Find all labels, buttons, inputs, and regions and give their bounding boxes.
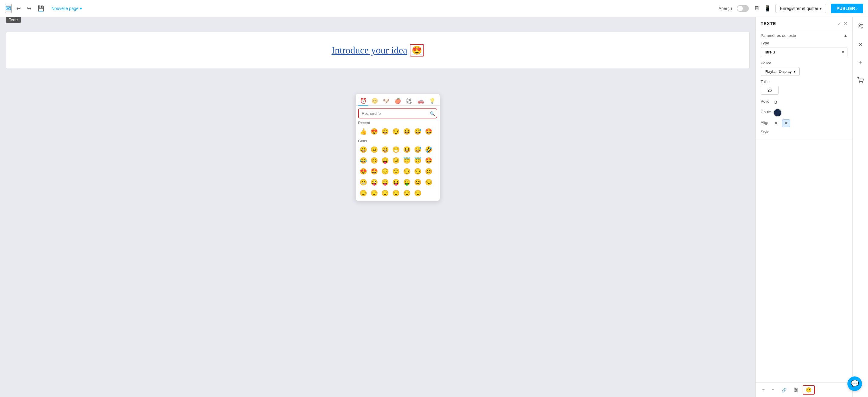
publish-label: PUBLIER — [837, 6, 855, 11]
people-sidebar-button[interactable] — [855, 21, 867, 33]
emoji-cell[interactable]: 😒 — [380, 188, 390, 198]
emoji-cell[interactable]: 😇 — [412, 155, 423, 166]
unlink-button[interactable]: ⛓ — [791, 386, 801, 394]
mobile-icon[interactable]: 📱 — [764, 5, 771, 12]
redo-button[interactable]: ↪ — [26, 4, 33, 13]
list-button-2[interactable]: ≡ — [769, 386, 777, 394]
emoji-cell[interactable]: 🙂 — [391, 166, 401, 176]
emoji-cell[interactable]: 😆 — [402, 144, 412, 155]
emoji-cell[interactable]: 😝 — [391, 177, 401, 187]
emoji-cell[interactable]: 😆 — [402, 126, 412, 137]
emoji-search-input[interactable] — [358, 108, 437, 119]
emoji-cell[interactable]: 👍 — [358, 126, 368, 137]
list-button-1[interactable]: ≡ — [760, 386, 767, 394]
recent-section: Récent 👍 😍 😄 😏 😆 😅 🤩 — [356, 121, 440, 139]
emoji-tab-people[interactable]: 😊 — [370, 96, 380, 105]
emoji-cell[interactable]: 😏 — [402, 166, 412, 176]
bold-button[interactable]: B — [772, 98, 780, 106]
emoji-picker: ⏰ 😊 🐶 🍎 ⚽ 🚗 💡 🏔 🚩 🔍 Récent 👍 😍 😄 😏 😆 😅 🤩… — [355, 94, 440, 201]
pin-button[interactable]: ↙ — [837, 21, 841, 26]
right-panel: TEXTE ↙ ✕ Paramètres de texte ▲ Type Tit… — [755, 17, 852, 397]
align-center-button[interactable]: ≡ — [782, 119, 790, 127]
align-field: Align ≡ ≡ — [761, 119, 847, 127]
canvas-heading: Introduce your idea 😍 — [332, 44, 424, 57]
emoji-tabs: ⏰ 😊 🐶 🍎 ⚽ 🚗 💡 🏔 🚩 — [356, 94, 440, 106]
emoji-cell[interactable]: 😛 — [380, 155, 390, 166]
save-quit-chevron-icon: ▾ — [819, 6, 822, 11]
emoji-cell[interactable]: 😌 — [380, 166, 390, 176]
new-page-button[interactable]: Nouvelle page ▾ — [49, 5, 84, 12]
link-button[interactable]: 🔗 — [779, 386, 789, 394]
emoji-cell[interactable]: 😍 — [358, 166, 368, 176]
size-input[interactable] — [761, 86, 779, 95]
emoji-cell[interactable]: 😀 — [358, 144, 368, 155]
close-sidebar-button[interactable]: ✕ — [855, 39, 867, 51]
close-panel-button[interactable]: ✕ — [843, 21, 847, 26]
emoji-cell[interactable]: 😏 — [412, 166, 423, 176]
emoji-cell[interactable]: 😍 — [369, 126, 379, 137]
emoji-cell[interactable]: 😒 — [358, 188, 368, 198]
emoji-toolbar-button[interactable]: 🙂 — [803, 385, 815, 395]
emoji-cell[interactable]: 😒 — [412, 188, 423, 198]
emoji-cell[interactable]: 😁 — [391, 144, 401, 155]
close-x-icon: ✕ — [858, 41, 863, 48]
emoji-cell[interactable]: 😊 — [369, 155, 379, 166]
color-swatch[interactable] — [773, 108, 782, 117]
emoji-cell[interactable]: 😊 — [412, 177, 423, 187]
desktop-icon[interactable]: 🖥 — [754, 5, 759, 11]
chat-bubble[interactable]: 💬 — [847, 376, 862, 391]
emoji-tab-animals[interactable]: 🐶 — [381, 96, 391, 105]
emoji-cell[interactable]: 🤣 — [424, 144, 434, 155]
emoji-cell[interactable]: 😐 — [369, 144, 379, 155]
collapse-icon[interactable]: ▲ — [843, 33, 847, 38]
add-sidebar-button[interactable]: + — [855, 57, 867, 69]
right-sidebar: ✕ + — [852, 17, 868, 397]
recent-emoji-grid: 👍 😍 😄 😏 😆 😅 🤩 — [358, 126, 437, 137]
search-icon: 🔍 — [430, 111, 435, 116]
emoji-cell[interactable]: 🤩 — [369, 166, 379, 176]
font-select-button[interactable]: Playfair Display ▾ — [761, 67, 800, 76]
svg-point-3 — [862, 82, 863, 83]
preview-toggle[interactable] — [737, 5, 749, 12]
emoji-cell[interactable]: 🤩 — [424, 155, 434, 166]
emoji-cell[interactable]: 😇 — [402, 155, 412, 166]
emoji-cell[interactable]: 😃 — [380, 144, 390, 155]
gens-section: Gens 😀 😐 😃 😁 😆 😅 🤣 😂 😊 😛 😉 😇 😇 🤩 😍 🤩 😌 🙂… — [356, 139, 440, 201]
emoji-cell[interactable]: 😂 — [358, 155, 368, 166]
people-icon — [857, 23, 864, 31]
emoji-cell[interactable]: 😅 — [412, 144, 423, 155]
gens-emoji-grid: 😀 😐 😃 😁 😆 😅 🤣 😂 😊 😛 😉 😇 😇 🤩 😍 🤩 😌 🙂 😏 😏 … — [358, 144, 437, 198]
emoji-cell[interactable]: 😉 — [391, 155, 401, 166]
emoji-cell[interactable]: 😊 — [424, 166, 434, 176]
type-select[interactable]: Titre 3 ▾ — [761, 47, 847, 57]
emoji-cell[interactable]: 😏 — [391, 126, 401, 137]
emoji-cell[interactable]: 😒 — [391, 188, 401, 198]
emoji-cell[interactable]: 🤑 — [402, 177, 412, 187]
emoji-cell[interactable]: 😄 — [380, 126, 390, 137]
size-label: Taille — [761, 79, 779, 84]
emoji-tab-objects[interactable]: 💡 — [427, 96, 437, 105]
emoji-cell[interactable]: 😛 — [380, 177, 390, 187]
emoji-cell[interactable]: 😜 — [369, 177, 379, 187]
save-quit-button[interactable]: Enregistrer et quitter ▾ — [775, 4, 826, 13]
panel-header: TEXTE ↙ ✕ — [756, 17, 852, 30]
emoji-cell[interactable]: 😅 — [412, 126, 423, 137]
emoji-tab-sports[interactable]: ⚽ — [404, 96, 414, 105]
emoji-tab-travel[interactable]: 🚗 — [415, 96, 426, 105]
emoji-tab-food[interactable]: 🍎 — [393, 96, 403, 105]
emoji-cell[interactable]: 🤩 — [424, 126, 434, 137]
publish-button[interactable]: PUBLIER › — [831, 4, 863, 13]
logo-button[interactable]: ✉ — [5, 4, 11, 13]
emoji-cell[interactable]: 😁 — [358, 177, 368, 187]
emoji-cell[interactable]: 😒 — [402, 188, 412, 198]
save-icon-button[interactable]: 💾 — [36, 4, 45, 13]
emoji-cell[interactable]: 😒 — [369, 188, 379, 198]
align-left-button[interactable]: ≡ — [772, 119, 780, 127]
emoji-cell[interactable]: 😒 — [424, 177, 434, 187]
cart-sidebar-button[interactable] — [855, 75, 867, 87]
emoji-tab-recent[interactable]: ⏰ — [358, 96, 368, 106]
emoji-tab-symbols[interactable]: 🏔 — [438, 97, 440, 105]
canvas-block[interactable]: Introduce your idea 😍 — [6, 32, 749, 68]
undo-button[interactable]: ↩ — [15, 4, 22, 13]
recent-label: Récent — [358, 121, 437, 125]
